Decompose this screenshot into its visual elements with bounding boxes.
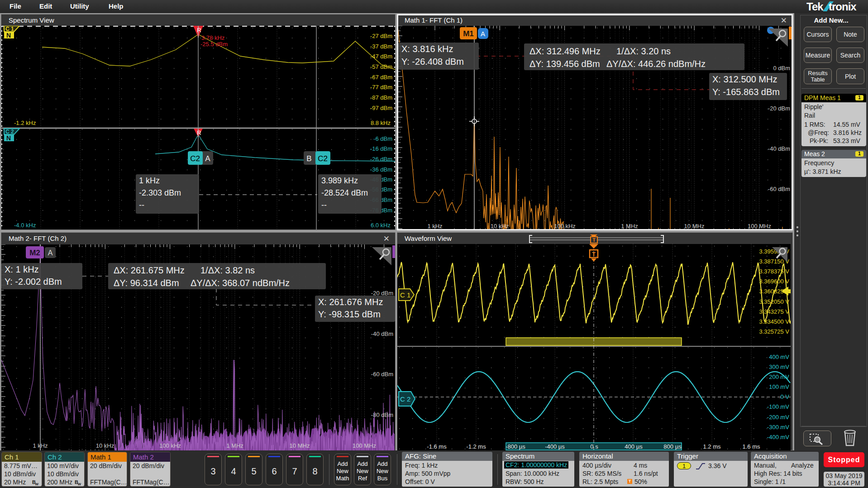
svg-text:-100 mV: -100 mV (767, 403, 789, 410)
svg-text:-1.6 ms: -1.6 ms (427, 443, 447, 450)
svg-text:-25.5 dBm: -25.5 dBm (200, 41, 228, 48)
svg-text:-16 dBm: -16 dBm (370, 145, 392, 152)
svg-text:ΔY/ΔX: 446.26 ndBm/Hz: ΔY/ΔX: 446.26 ndBm/Hz (606, 59, 706, 69)
svg-text:-6 dBm: -6 dBm (373, 135, 392, 142)
svg-text:ΔY: 96.314 dBm: ΔY: 96.314 dBm (114, 278, 179, 288)
svg-text:C2: C2 (318, 154, 328, 163)
svg-text:-26 dBm: -26 dBm (370, 156, 392, 163)
svg-text:Tek: Tek (806, 0, 824, 13)
svg-text:C2: C2 (190, 154, 200, 163)
svg-text:100 kHz: 100 kHz (159, 442, 181, 449)
svg-text:N: N (6, 32, 11, 39)
svg-text:3.369600 V: 3.369600 V (759, 278, 789, 285)
svg-text:--: -- (139, 201, 144, 210)
svg-text:-800 µs: -800 µs (506, 443, 525, 450)
svg-text:3.360825 V: 3.360825 V (759, 288, 789, 295)
svg-text:-20 dBm: -20 dBm (768, 105, 790, 112)
svg-text:1.2 ms: 1.2 ms (703, 443, 721, 450)
svg-text:400 mV: 400 mV (769, 354, 789, 360)
svg-text:100 mV: 100 mV (769, 383, 789, 390)
svg-text:A: A (205, 154, 210, 163)
svg-text:8.8 kHz: 8.8 kHz (371, 120, 391, 126)
svg-text:X: 3.816 kHz: X: 3.816 kHz (401, 44, 453, 54)
svg-text:R: R (197, 129, 201, 136)
svg-text:3.334500 V: 3.334500 V (759, 318, 789, 325)
svg-text:6.0 kHz: 6.0 kHz (371, 222, 391, 229)
svg-text:-40 dBm: -40 dBm (768, 145, 790, 152)
svg-text:0 s: 0 s (590, 443, 598, 450)
svg-text:-27 dBm: -27 dBm (370, 33, 392, 39)
svg-text:A: A (481, 30, 485, 38)
svg-text:1 MHz: 1 MHz (621, 223, 638, 229)
svg-text:-200 mV: -200 mV (767, 414, 789, 421)
svg-text:3.378375 V: 3.378375 V (759, 268, 789, 275)
svg-text:-60 dBm: -60 dBm (768, 186, 790, 192)
svg-text:--: -- (321, 201, 327, 210)
svg-text:10 kHz: 10 kHz (96, 442, 114, 449)
svg-text:Y: -26.408 dBm: Y: -26.408 dBm (401, 57, 464, 67)
svg-text:100 MHz: 100 MHz (748, 223, 771, 229)
svg-text:-57 dBm: -57 dBm (370, 63, 392, 70)
svg-text:T: T (592, 251, 596, 258)
svg-text:800 µs: 800 µs (663, 443, 682, 450)
svg-text:C 1: C 1 (400, 291, 410, 299)
svg-text:-60 dBm: -60 dBm (371, 371, 393, 378)
svg-text:X: 261.676 MHz: X: 261.676 MHz (318, 297, 383, 307)
svg-text:-1.2 kHz: -1.2 kHz (14, 120, 36, 126)
svg-text:3.989 kHz: 3.989 kHz (321, 176, 358, 185)
svg-text:100 MHz: 100 MHz (353, 442, 376, 449)
svg-text:-400 mV: -400 mV (767, 434, 789, 440)
svg-text:-36 dBm: -36 dBm (370, 166, 392, 173)
svg-text:3.325725 V: 3.325725 V (759, 328, 789, 335)
svg-text:C 2: C 2 (400, 395, 410, 403)
svg-text:-300 mV: -300 mV (767, 424, 789, 431)
svg-text:-20 dBm: -20 dBm (371, 290, 393, 297)
svg-text:10 kHz: 10 kHz (491, 223, 509, 229)
svg-text:1 kHz: 1 kHz (427, 223, 442, 229)
svg-text:R: R (197, 27, 201, 33)
svg-text:400 µs: 400 µs (625, 443, 643, 450)
svg-text:1/ΔX: 3.82 ns: 1/ΔX: 3.82 ns (200, 265, 255, 275)
svg-text:T: T (592, 237, 596, 243)
svg-text:10 MHz: 10 MHz (684, 223, 705, 229)
svg-text:ΔX: 312.496 MHz: ΔX: 312.496 MHz (529, 46, 601, 56)
svg-text:10 MHz: 10 MHz (290, 442, 310, 449)
svg-text:-1.2 ms: -1.2 ms (466, 443, 486, 450)
svg-text:0 dBm: 0 dBm (773, 65, 790, 72)
svg-text:300 mV: 300 mV (769, 364, 789, 370)
svg-text:ΔX: 261.675 MHz: ΔX: 261.675 MHz (114, 265, 185, 275)
svg-text:100 kHz: 100 kHz (554, 223, 576, 229)
svg-text:1.6 ms: 1.6 ms (742, 443, 760, 450)
svg-text:M1: M1 (463, 29, 474, 38)
svg-text:tronix: tronix (829, 0, 857, 13)
svg-text:-4.0 kHz: -4.0 kHz (14, 222, 36, 229)
svg-text:ΔY: 139.456 dBm: ΔY: 139.456 dBm (529, 59, 600, 69)
svg-text:-47 dBm: -47 dBm (370, 53, 392, 60)
svg-text:-67 dBm: -67 dBm (370, 74, 392, 81)
svg-text:B: B (306, 154, 311, 163)
svg-text:ΔY/ΔX: 368.07 ndBm/Hz: ΔY/ΔX: 368.07 ndBm/Hz (191, 278, 290, 288)
svg-text:-37 dBm: -37 dBm (370, 43, 392, 50)
svg-text:3.78 kHz: 3.78 kHz (201, 34, 224, 41)
svg-text:1 kHz: 1 kHz (33, 442, 48, 449)
svg-text:A: A (48, 249, 53, 257)
svg-text:-2.303 dBm: -2.303 dBm (139, 188, 181, 197)
svg-text:-400 µs: -400 µs (545, 443, 565, 450)
svg-text:3.352050 V: 3.352050 V (759, 298, 789, 305)
svg-text:-40 dBm: -40 dBm (371, 330, 393, 337)
svg-text:-28.524 dBm: -28.524 dBm (321, 188, 368, 197)
svg-text:Y: -2.002 dBm: Y: -2.002 dBm (5, 277, 62, 287)
svg-text:C 1: C 1 (5, 26, 14, 32)
svg-text:X: 312.500 MHz: X: 312.500 MHz (712, 74, 777, 84)
svg-text:-77 dBm: -77 dBm (370, 84, 392, 91)
svg-text:Y: -98.315 dBm: Y: -98.315 dBm (318, 309, 381, 319)
svg-text:X: 1 kHz: X: 1 kHz (5, 264, 39, 274)
svg-text:-80 dBm: -80 dBm (371, 411, 393, 418)
svg-text:M2: M2 (29, 249, 40, 257)
svg-text:0 V: 0 V (780, 393, 789, 400)
svg-text:-87 dBm: -87 dBm (370, 94, 392, 101)
svg-text:Y: -165.863 dBm: Y: -165.863 dBm (712, 87, 780, 97)
svg-text:-97 dBm: -97 dBm (370, 105, 392, 111)
svg-text:200 mV: 200 mV (769, 373, 789, 380)
svg-text:N: N (6, 134, 11, 142)
